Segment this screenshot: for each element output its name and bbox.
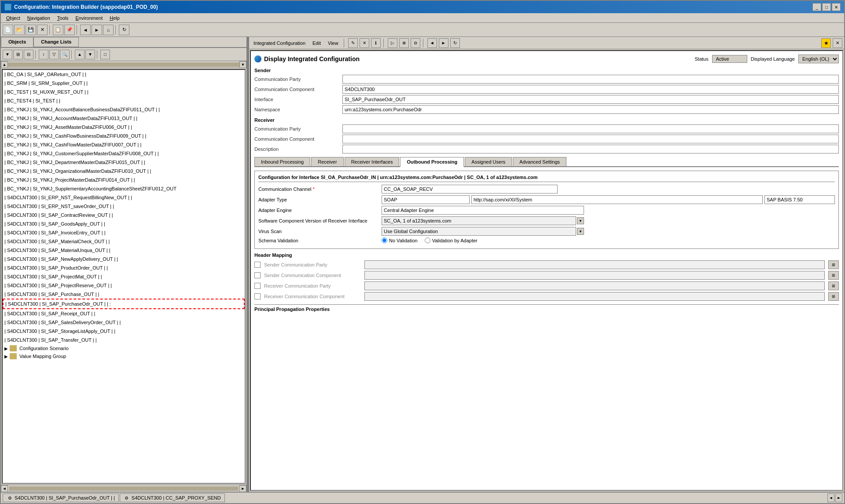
tree-item[interactable]: | S4DCLNT300 | SI_SAP_ProductOrder_OUT |…	[3, 263, 245, 272]
tab-assigned-users[interactable]: Assigned Users	[465, 157, 512, 166]
virus-scan-select[interactable]: Use Global Configuration	[382, 227, 576, 236]
tree-item[interactable]: | S4DCLNT300 | SI_SAP_MaterialUnqua_OUT …	[3, 246, 245, 255]
radio-adapter-validation-input[interactable]	[425, 237, 430, 243]
tree-item[interactable]: | S4DCLNT300 | SI_SAP_ProjectReserve_OUT…	[3, 281, 245, 290]
tree-item[interactable]: | S4DCLNT300 | SI_SAP_Receipt_OUT | |	[3, 309, 245, 318]
tree-item[interactable]: | S4DCLNT300 | SI_SAP_StorageListApply_O…	[3, 327, 245, 336]
tree-item[interactable]: | S4DCLNT300 | SI_SAP_Purchase_OUT | |	[3, 290, 245, 299]
rt-btn1[interactable]: ✎	[348, 38, 358, 48]
tb-copy-btn[interactable]: 📋	[53, 25, 63, 35]
tb-new-btn[interactable]: 📄	[3, 25, 13, 35]
tab-receiver[interactable]: Receiver	[311, 157, 343, 166]
tree-item[interactable]: | BC_YNKJ | SI_YNKJ_AccountMasterDataZFI…	[3, 114, 245, 123]
menu-help[interactable]: Help	[106, 15, 123, 22]
tree-item[interactable]: | S4DCLNT300 | SI_SAP_InvoiceEntry_OUT |…	[3, 228, 245, 237]
language-select[interactable]: English (OL)	[798, 55, 839, 63]
rt-menu-edit[interactable]: Edit	[310, 40, 323, 47]
tb-paste-btn[interactable]: 📌	[64, 25, 75, 35]
status-item-2[interactable]: ⚙ S4DCLNT300 | CC_SAP_PROXY_SEND	[120, 493, 225, 502]
tree-item[interactable]: | S4DCLNT300 | SI_SAP_GoodsApply_OUT | |	[3, 219, 245, 228]
hm-btn-2[interactable]: ⊞	[828, 271, 839, 280]
tb-delete-btn[interactable]: ✕	[37, 25, 48, 35]
tree-item[interactable]: | S4DCLNT300 | SI_SAP_Transfer_OUT | |	[3, 336, 245, 344]
hscroll-right[interactable]: ►	[239, 485, 246, 492]
hm-check-3[interactable]	[254, 283, 261, 289]
tree-scroll-up[interactable]: ▲	[1, 61, 8, 68]
adapter-engine-input[interactable]	[382, 206, 584, 215]
tab-outbound[interactable]: Outbound Processing	[400, 157, 464, 167]
rt-menu-view[interactable]: View	[325, 40, 341, 47]
tree-item[interactable]: | BC_SRM | SI_SRM_Supplier_OUT | |	[3, 79, 245, 88]
tree-item[interactable]: | S4DCLNT300 | SI_SAP_ContractReview_OUT…	[3, 211, 245, 219]
tb-save-btn[interactable]: 💾	[26, 25, 36, 35]
tree-item[interactable]: | S4DCLNT300 | SI_SAP_ProjectMat_OUT | |	[3, 272, 245, 281]
lt-filter-btn[interactable]: ▼	[3, 50, 12, 59]
radio-no-validation[interactable]: No Validation	[382, 237, 418, 243]
tb-home-btn[interactable]: ⌂	[103, 25, 114, 35]
scv-btn[interactable]: ▼	[577, 217, 584, 224]
lt-expand-btn[interactable]: ⊞	[13, 50, 23, 59]
rt-star-btn[interactable]: ★	[821, 38, 831, 48]
tab-change-lists[interactable]: Change Lists	[33, 37, 79, 47]
menu-environment[interactable]: Environment	[72, 15, 107, 22]
lt-sort-btn[interactable]: ↕	[39, 50, 48, 59]
tree-item[interactable]: | BC_YNKJ | SI_YNKJ_CashFlowBusinessData…	[3, 131, 245, 140]
rt-menu-integrated[interactable]: Integrated Configuration	[251, 40, 308, 47]
radio-adapter-validation[interactable]: Validation by Adapter	[425, 237, 478, 243]
rt-btn9[interactable]: ↻	[450, 38, 460, 48]
tree-item[interactable]: | BC_TEST4 | SI_TEST | |	[3, 96, 245, 105]
menu-navigation[interactable]: Navigation	[24, 15, 54, 22]
rt-btn3[interactable]: ℹ	[371, 38, 381, 48]
rt-btn6[interactable]: ⊖	[411, 38, 420, 48]
lt-filter2-btn[interactable]: ▽	[49, 50, 59, 59]
hm-check-2[interactable]	[254, 272, 261, 278]
tree-root-item[interactable]: ▶Configuration Scenario	[3, 344, 245, 352]
hm-check-4[interactable]	[254, 293, 261, 299]
receiver-comm-party-input[interactable]	[342, 124, 839, 133]
hm-btn-1[interactable]: ⊞	[828, 260, 839, 269]
status-nav-right[interactable]: ►	[835, 493, 842, 502]
hm-input-2[interactable]	[364, 271, 825, 280]
tree-item[interactable]: | S4DCLNT300 | SI_ERP_NST_saveOrder_OUT …	[3, 202, 245, 211]
tree-item[interactable]: | BC_YNKJ | SI_YNKJ_SupplementaryAccount…	[3, 184, 245, 193]
rt-btn5[interactable]: ⊕	[399, 38, 409, 48]
menu-tools[interactable]: Tools	[54, 15, 72, 22]
sender-interface-input[interactable]	[342, 95, 839, 104]
tb-back-btn[interactable]: ◄	[80, 25, 91, 35]
hscroll-track[interactable]	[9, 486, 239, 491]
sender-comm-party-input[interactable]	[342, 75, 839, 84]
rt-btn2[interactable]: ✕	[360, 38, 369, 48]
adapter-type-input1[interactable]	[382, 195, 470, 204]
tree-item[interactable]: | BC_YNKJ | SI_YNKJ_CustomerSupplierMast…	[3, 149, 245, 158]
hscroll-left[interactable]: ◄	[1, 485, 8, 492]
hm-input-3[interactable]	[364, 281, 825, 290]
radio-no-validation-input[interactable]	[382, 237, 387, 243]
maximize-button[interactable]: □	[822, 3, 831, 11]
receiver-description-input[interactable]	[342, 145, 839, 153]
tree-item[interactable]: | BC_YNKJ | SI_YNKJ_DepartmentMasterData…	[3, 158, 245, 167]
hm-btn-4[interactable]: ⊞	[828, 292, 839, 301]
tree-scroll-down[interactable]: ▼	[239, 61, 246, 68]
lt-down-btn[interactable]: ▼	[85, 50, 95, 59]
tree-item[interactable]: | BC_YNKJ | SI_YNKJ_AssetMasterDataZFIFU…	[3, 123, 245, 131]
tree-item[interactable]: | BC_OA | SI_SAP_OAReturn_OUT | |	[3, 70, 245, 79]
tree-item[interactable]: | S4DCLNT300 | SI_SAP_NewApplyDelivery_O…	[3, 255, 245, 263]
tree-area[interactable]: | BC_OA | SI_SAP_OAReturn_OUT | || BC_SR…	[2, 69, 246, 484]
adapter-type-input3[interactable]	[764, 195, 835, 204]
tree-item[interactable]: | BC_YNKJ | SI_YNKJ_OrganizationalMaster…	[3, 167, 245, 175]
receiver-comm-component-input[interactable]	[342, 135, 839, 143]
close-button[interactable]: ✕	[832, 3, 841, 11]
virus-scan-btn[interactable]: ▼	[577, 228, 584, 235]
tab-advanced[interactable]: Advanced Settings	[513, 157, 566, 166]
lt-maximize-btn[interactable]: □	[100, 50, 110, 59]
tb-forward-btn[interactable]: ►	[92, 25, 102, 35]
hm-btn-3[interactable]: ⊞	[828, 281, 839, 290]
sender-namespace-input[interactable]	[342, 105, 839, 114]
rt-btn8[interactable]: ►	[439, 38, 448, 48]
tb-refresh-btn[interactable]: ↻	[119, 25, 129, 35]
tree-item[interactable]: | BC_YNKJ | SI_YNKJ_AccountBalanceBusine…	[3, 105, 245, 114]
tb-open-btn[interactable]: 📂	[14, 25, 25, 35]
tree-item[interactable]: | BC_TEST | SI_HUXW_REST_OUT | |	[3, 88, 245, 96]
tab-inbound[interactable]: Inbound Processing	[254, 157, 310, 166]
tree-item[interactable]: | BC_YNKJ | SI_YNKJ_CashFlowMasterDataZF…	[3, 140, 245, 149]
